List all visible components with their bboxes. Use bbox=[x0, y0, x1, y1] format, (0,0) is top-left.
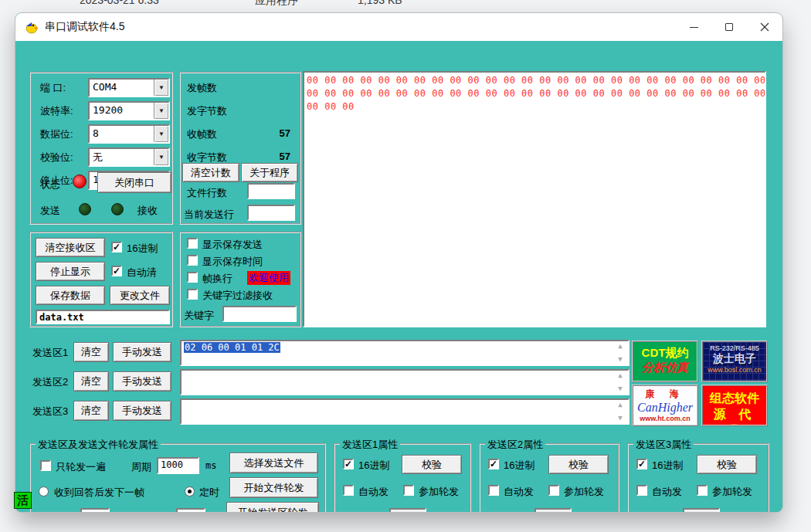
clear-receive-button[interactable]: 清空接收区 bbox=[36, 238, 105, 257]
rx-frames-value: 57 bbox=[280, 127, 290, 139]
timer-radio[interactable] bbox=[185, 486, 195, 496]
area1-join-cycle-checkbox[interactable] bbox=[403, 485, 414, 496]
spinner-down-icon[interactable]: ▼ bbox=[618, 415, 622, 422]
area1-autosend-checkbox[interactable] bbox=[343, 485, 354, 496]
send-area-2-send-button[interactable]: 手动发送 bbox=[113, 371, 171, 391]
ad-canhigher-banner[interactable]: 康 海 CanHigher www.ht.com.cn bbox=[632, 385, 698, 426]
send-area-1-spinner[interactable]: ▲▼ bbox=[615, 343, 626, 363]
keyword-filter-checkbox[interactable] bbox=[187, 289, 198, 300]
area2-verify-button[interactable]: 校验 bbox=[548, 455, 609, 474]
start-file-cycle-button[interactable]: 开始文件轮发 bbox=[229, 477, 318, 498]
show-saved-send-checkbox[interactable] bbox=[187, 238, 198, 249]
close-button[interactable] bbox=[747, 13, 782, 41]
send-once-label: 只轮发一遍 bbox=[56, 460, 106, 474]
ad-bosi-banner[interactable]: RS-232/RS-485 波士电子 www.bosl.com.cn bbox=[701, 341, 768, 382]
period-field[interactable]: 1000 bbox=[157, 457, 199, 474]
tx-frames-label: 发帧数 bbox=[187, 81, 217, 95]
show-saved-time-label: 显示保存时间 bbox=[202, 255, 263, 269]
about-button[interactable]: 关于程序 bbox=[241, 163, 298, 182]
minimize-button[interactable] bbox=[676, 13, 711, 41]
area2-autosend-checkbox[interactable] bbox=[488, 485, 499, 496]
ad-scada-banner[interactable]: 组态软件 源 代 码 bbox=[701, 385, 768, 426]
spinner-down-icon[interactable]: ▼ bbox=[618, 356, 622, 363]
title-bar[interactable]: 串口调试软件4.5 bbox=[15, 13, 782, 41]
area1-period-field[interactable]: 1000 bbox=[389, 508, 426, 512]
ad-scada-line2: 源 代 码 bbox=[703, 407, 766, 426]
port-select[interactable]: COM4 ▼ bbox=[88, 78, 170, 97]
databits-value: 8 bbox=[93, 127, 99, 139]
maximize-icon bbox=[725, 23, 733, 31]
area3-period-field[interactable]: 1000 bbox=[683, 508, 720, 512]
change-file-button[interactable]: 更改文件 bbox=[110, 286, 170, 305]
save-data-button[interactable]: 保存数据 bbox=[36, 286, 105, 305]
autoclear-checkbox[interactable] bbox=[111, 266, 122, 276]
maximize-button[interactable] bbox=[711, 13, 747, 41]
baud-select[interactable]: 19200 ▼ bbox=[88, 101, 170, 120]
receive-line: 00 00 00 00 00 00 00 00 00 00 00 00 00 0… bbox=[307, 87, 762, 100]
send-area-3-clear-button[interactable]: 清空 bbox=[73, 401, 109, 421]
chevron-down-icon[interactable]: ▼ bbox=[154, 149, 168, 165]
receive-led-label: 接收 bbox=[137, 204, 158, 218]
area2-join-cycle-checkbox[interactable] bbox=[548, 485, 559, 496]
chevron-down-icon[interactable]: ▼ bbox=[154, 126, 168, 142]
send-area-1-input[interactable]: 02 06 00 01 01 2C ▲▼ bbox=[180, 340, 629, 366]
timeout-label: 超时时间 bbox=[36, 511, 76, 512]
area2-period-field[interactable]: 1000 bbox=[534, 508, 572, 512]
send-area-3-send-button[interactable]: 手动发送 bbox=[113, 401, 171, 421]
cycle-send-panel-title: 发送区及发送文件轮发属性 bbox=[36, 438, 161, 452]
chevron-down-icon[interactable]: ▼ bbox=[154, 80, 168, 96]
send-area-3-label: 发送区3 bbox=[32, 405, 68, 418]
parity-select[interactable]: 无 ▼ bbox=[88, 147, 170, 167]
send-area-1-props-panel: 发送区1属性 16进制 校验 自动发 参加轮发 发送周期 1000 ms bbox=[334, 443, 471, 512]
cycle-send-panel: 发送区及发送文件轮发属性 只轮发一遍 周期 1000 ms 选择发送文件 收到回… bbox=[29, 443, 326, 512]
show-saved-time-checkbox[interactable] bbox=[187, 255, 198, 266]
send-area-1-clear-button[interactable]: 清空 bbox=[73, 342, 109, 362]
keyword-label: 关键字 bbox=[184, 309, 214, 323]
send-area-2-spinner[interactable]: ▲▼ bbox=[615, 372, 626, 392]
welcome-badge: 欢迎使用 bbox=[247, 271, 290, 285]
hex-display-checkbox[interactable] bbox=[111, 242, 122, 252]
send-area-3-input[interactable]: ▲▼ bbox=[180, 398, 629, 425]
send-area-2-input[interactable]: ▲▼ bbox=[180, 369, 629, 395]
window-title: 串口调试软件4.5 bbox=[45, 20, 124, 34]
send-once-checkbox[interactable] bbox=[40, 460, 51, 471]
spinner-down-icon[interactable]: ▼ bbox=[618, 385, 622, 392]
spinner-up-icon[interactable]: ▲ bbox=[618, 402, 622, 408]
send-area-2-clear-button[interactable]: 清空 bbox=[73, 371, 109, 391]
area3-hex-checkbox[interactable] bbox=[636, 459, 647, 469]
file-lines-field[interactable] bbox=[247, 183, 295, 199]
send-on-answer-radio[interactable] bbox=[39, 486, 49, 496]
area1-hex-checkbox[interactable] bbox=[343, 459, 354, 469]
chevron-down-icon[interactable]: ▼ bbox=[154, 103, 168, 119]
area1-verify-button[interactable]: 校验 bbox=[402, 455, 462, 474]
stop-display-button[interactable]: 停止显示 bbox=[36, 262, 105, 281]
send-area-3-spinner[interactable]: ▲▼ bbox=[615, 402, 626, 422]
rx-bytes-value: 57 bbox=[280, 151, 290, 162]
receive-data-area[interactable]: 00 00 00 00 00 00 00 00 00 00 00 00 00 0… bbox=[303, 71, 766, 327]
ime-indicator[interactable]: 活 bbox=[14, 492, 32, 509]
clear-count-button[interactable]: 清空计数 bbox=[182, 163, 239, 182]
close-port-button[interactable]: 关闭串口 bbox=[97, 172, 171, 193]
keyword-field[interactable] bbox=[222, 306, 297, 322]
area3-verify-button[interactable]: 校验 bbox=[697, 455, 757, 474]
spinner-up-icon[interactable]: ▲ bbox=[618, 372, 622, 379]
ad-cdt-banner[interactable]: CDT规约 分析仿真 bbox=[632, 341, 698, 382]
area3-join-cycle-checkbox[interactable] bbox=[697, 485, 708, 496]
frame-newline-checkbox[interactable] bbox=[187, 272, 198, 283]
start-area-cycle-button[interactable]: 开始发送区轮发 bbox=[226, 502, 319, 512]
retry-field[interactable]: 1 bbox=[176, 508, 205, 512]
timeout-field[interactable]: 5 bbox=[80, 508, 110, 512]
area3-autosend-checkbox[interactable] bbox=[636, 485, 647, 496]
save-file-name-field[interactable]: data.txt bbox=[36, 310, 170, 324]
select-send-file-button[interactable]: 选择发送文件 bbox=[229, 452, 318, 473]
area3-period-unit: ms bbox=[726, 511, 737, 512]
timeout-unit: s bbox=[116, 511, 121, 512]
background-file-date: 2023-03-21 6:33 bbox=[80, 0, 159, 6]
area2-hex-checkbox[interactable] bbox=[488, 459, 499, 469]
current-line-field[interactable] bbox=[247, 205, 295, 221]
ad-cdt-line2: 分析仿真 bbox=[633, 361, 697, 375]
spinner-up-icon[interactable]: ▲ bbox=[618, 343, 622, 350]
parity-label: 校验位: bbox=[40, 151, 73, 164]
databits-select[interactable]: 8 ▼ bbox=[88, 124, 170, 144]
send-area-1-send-button[interactable]: 手动发送 bbox=[113, 342, 171, 362]
